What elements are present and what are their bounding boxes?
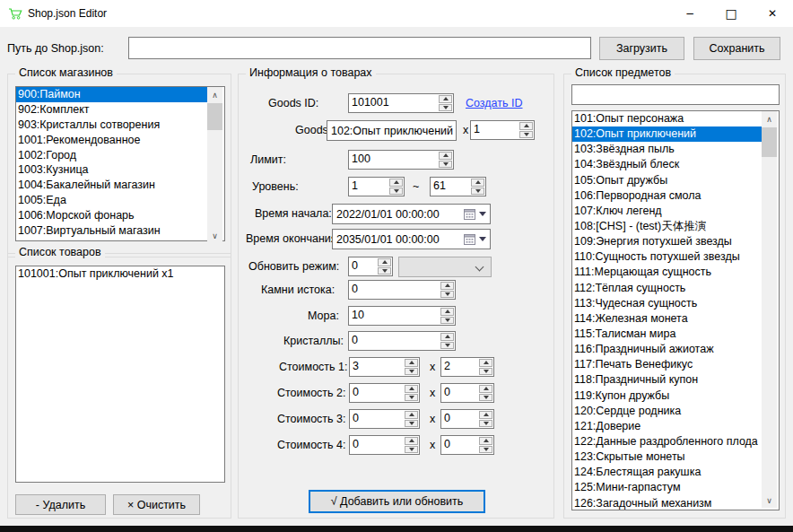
spin-down-icon[interactable] — [479, 368, 492, 376]
list-item[interactable]: 105:Опыт дружбы — [572, 173, 763, 188]
spin-up-icon[interactable] — [405, 359, 418, 367]
cost2-item-spinner[interactable]: 0 — [349, 383, 420, 403]
spin-down-icon[interactable] — [440, 317, 454, 325]
spin-up-icon[interactable] — [405, 437, 418, 445]
list-item[interactable]: 123:Скрытые монеты — [572, 449, 763, 465]
create-id-link[interactable]: Создать ID — [466, 97, 522, 109]
list-item[interactable]: 102:Опыт приключений — [572, 126, 763, 142]
list-item[interactable]: 122:Данные раздробленного плода — [572, 434, 763, 449]
list-item[interactable]: 116:Праздничный ажиотаж — [572, 342, 763, 357]
add-or-update-button[interactable]: √ Добавить или обновить — [309, 490, 485, 513]
scroll-down-icon[interactable]: ∨ — [762, 493, 777, 508]
maximize-button[interactable]: □ — [710, 0, 752, 27]
spin-down-icon[interactable] — [440, 291, 454, 299]
spin-up-icon[interactable] — [440, 282, 454, 290]
scrollbar-thumb[interactable] — [762, 127, 777, 157]
list-item[interactable]: 103:Звёздная пыль — [572, 142, 763, 157]
level-min-spinner[interactable]: 1 — [348, 177, 405, 196]
minimize-button[interactable]: − — [669, 0, 710, 27]
begin-time-picker[interactable]: 2022/01/01 00:00:00 — [332, 204, 491, 224]
spin-down-icon[interactable] — [405, 420, 418, 428]
spin-up-icon[interactable] — [479, 359, 492, 367]
primogems-spinner[interactable]: 0 — [348, 280, 456, 300]
scroll-up-icon[interactable]: ∧ — [207, 87, 222, 102]
list-item[interactable]: 113:Чудесная сущность — [572, 296, 763, 311]
shops-scrollbar[interactable]: ∧ ∨ — [207, 87, 222, 243]
spin-up-icon[interactable] — [479, 385, 492, 393]
spin-down-icon[interactable] — [378, 267, 391, 275]
list-item[interactable]: 112:Тёплая сущность — [572, 281, 763, 296]
spin-down-icon[interactable] — [405, 446, 418, 454]
list-item[interactable]: 1001:Рекомендованное — [16, 133, 209, 148]
goods-id-spinner[interactable]: 101001 — [348, 93, 454, 113]
spin-up-icon[interactable] — [479, 437, 492, 445]
item-search-input[interactable] — [571, 84, 780, 105]
list-item[interactable]: 114:Железная монета — [572, 311, 763, 327]
list-item[interactable]: 107:Ключ легенд — [572, 204, 763, 219]
list-item[interactable]: 117:Печать Венефикус — [572, 357, 763, 372]
spin-down-icon[interactable] — [405, 368, 418, 376]
list-item[interactable]: 109:Энергия потухшей звезды — [572, 234, 763, 249]
goods-input[interactable]: 102:Опыт приключений — [327, 120, 457, 141]
spin-down-icon[interactable] — [439, 161, 452, 169]
list-item[interactable]: 120:Сердце родника — [572, 404, 763, 419]
spin-down-icon[interactable] — [479, 394, 492, 402]
spin-up-icon[interactable] — [479, 411, 492, 419]
limit-spinner[interactable]: 100 — [348, 150, 454, 170]
list-item[interactable]: 125:Мини-гарпастум — [572, 480, 763, 495]
goods-count-spinner[interactable]: 1 — [470, 120, 535, 140]
cost2-count-spinner[interactable]: 0 — [440, 383, 494, 403]
spin-up-icon[interactable] — [378, 258, 391, 266]
dropdown-arrow-icon[interactable] — [479, 212, 486, 216]
refresh-mode-spinner[interactable]: 0 — [348, 257, 393, 276]
spin-up-icon[interactable] — [439, 95, 452, 103]
spin-up-icon[interactable] — [440, 308, 454, 316]
load-button[interactable]: Загрузить — [599, 37, 684, 60]
mora-spinner[interactable]: 10 — [348, 306, 456, 326]
list-item[interactable]: 101:Опыт персонажа — [572, 111, 763, 126]
close-button[interactable]: ✕ — [752, 0, 793, 27]
spin-down-icon[interactable] — [440, 342, 454, 350]
list-item[interactable]: 902:Комплект — [16, 102, 209, 118]
items-scrollbar[interactable]: ∧ ∨ — [762, 111, 777, 508]
list-item[interactable]: 126:Загадочный механизм — [572, 496, 763, 510]
list-item[interactable]: 903:Кристаллы сотворения — [16, 118, 209, 133]
spin-down-icon[interactable] — [519, 131, 533, 139]
list-item[interactable]: 1005:Еда — [16, 193, 209, 208]
spin-up-icon[interactable] — [471, 179, 484, 187]
spin-down-icon[interactable] — [471, 188, 484, 196]
cost4-item-spinner[interactable]: 0 — [349, 435, 420, 455]
spin-down-icon[interactable] — [479, 446, 492, 454]
list-item[interactable]: 111:Мерцающая сущность — [572, 265, 763, 280]
level-max-spinner[interactable]: 61 — [430, 177, 486, 196]
list-item[interactable]: 101001:Опыт приключений x1 — [16, 266, 224, 282]
list-item[interactable]: 121:Доверие — [572, 419, 763, 434]
crystals-spinner[interactable]: 0 — [348, 331, 456, 351]
dropdown-arrow-icon[interactable] — [479, 237, 486, 241]
spin-down-icon[interactable] — [479, 420, 492, 428]
list-item[interactable]: 104:Звёздный блеск — [572, 157, 763, 172]
list-item[interactable]: 1003:Кузница — [16, 162, 209, 178]
cost1-count-spinner[interactable]: 2 — [440, 357, 494, 377]
spin-up-icon[interactable] — [519, 122, 533, 130]
list-item[interactable]: 119:Купон дружбы — [572, 388, 763, 404]
spin-up-icon[interactable] — [440, 333, 454, 341]
list-item[interactable]: 110:Сущность потухшей звезды — [572, 249, 763, 265]
spin-down-icon[interactable] — [389, 188, 403, 196]
end-time-picker[interactable]: 2035/01/01 00:00:00 — [332, 229, 491, 249]
list-item[interactable]: 106:Первородная смола — [572, 188, 763, 204]
list-item[interactable]: 115:Талисман мира — [572, 327, 763, 342]
spin-down-icon[interactable] — [405, 394, 418, 402]
spin-up-icon[interactable] — [405, 411, 418, 419]
list-item[interactable]: 1004:Бакалейный магазин — [16, 178, 209, 193]
delete-button[interactable]: - Удалить — [15, 494, 106, 515]
cost3-count-spinner[interactable]: 0 — [440, 409, 494, 429]
clear-button[interactable]: × Очистить — [113, 494, 200, 515]
path-input[interactable] — [128, 37, 591, 59]
list-item[interactable]: 118:Праздничный купон — [572, 372, 763, 388]
list-item[interactable]: 900:Паймон — [16, 87, 209, 102]
list-item[interactable]: 1007:Виртуальный магазин — [16, 223, 209, 239]
scrollbar-thumb[interactable] — [207, 103, 222, 130]
list-item[interactable]: 124:Блестящая ракушка — [572, 465, 763, 480]
save-button[interactable]: Сохранить — [693, 37, 780, 60]
